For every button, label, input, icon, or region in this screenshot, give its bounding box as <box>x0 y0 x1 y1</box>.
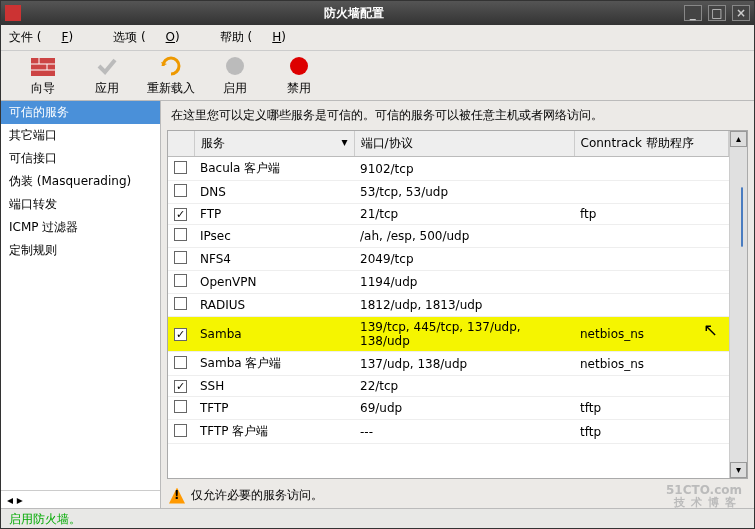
port-cell: 139/tcp, 445/tcp, 137/udp, 138/udp <box>354 317 574 352</box>
row-checkbox[interactable]: ✓ <box>174 328 187 341</box>
scroll-down[interactable]: ▾ <box>730 462 747 478</box>
sidebar-item[interactable]: 定制规则 <box>1 239 160 262</box>
service-cell: OpenVPN <box>194 271 354 294</box>
helper-cell <box>574 376 729 397</box>
service-cell: IPsec <box>194 225 354 248</box>
minimize-button[interactable]: _ <box>684 5 702 21</box>
col-service[interactable]: 服务 ▾ <box>194 131 354 157</box>
table-row[interactable]: DNS53/tcp, 53/udp <box>168 181 729 204</box>
apply-button[interactable]: 应用 <box>75 54 139 97</box>
table-row[interactable]: ✓FTP21/tcpftp <box>168 204 729 225</box>
row-checkbox[interactable] <box>174 161 187 174</box>
reload-button[interactable]: 重新载入 <box>139 54 203 97</box>
maximize-button[interactable]: □ <box>708 5 726 21</box>
table-row[interactable]: ✓Samba139/tcp, 445/tcp, 137/udp, 138/udp… <box>168 317 729 352</box>
sidebar-item[interactable]: 可信接口 <box>1 147 160 170</box>
enable-button[interactable]: 启用 <box>203 54 267 97</box>
table-row[interactable]: RADIUS1812/udp, 1813/udp <box>168 294 729 317</box>
sort-icon: ▾ <box>341 135 347 149</box>
row-checkbox[interactable] <box>174 424 187 437</box>
service-cell: Samba 客户端 <box>194 352 354 376</box>
app-window: 防火墙配置 _ □ × 文件 (F) 选项 (O) 帮助 (H) 向导 应用 重… <box>0 0 755 529</box>
v-scrollbar[interactable]: ▴ ▾ <box>729 131 747 478</box>
table-row[interactable]: TFTP69/udptftp <box>168 397 729 420</box>
helper-cell <box>574 271 729 294</box>
helper-cell <box>574 294 729 317</box>
helper-cell: netbios_ns <box>574 317 729 352</box>
table-row[interactable]: NFS42049/tcp <box>168 248 729 271</box>
helper-cell: tftp <box>574 397 729 420</box>
sidebar-item[interactable]: 其它端口 <box>1 124 160 147</box>
warning-icon <box>169 488 185 504</box>
scroll-thumb[interactable] <box>741 187 743 247</box>
wall-icon <box>31 54 55 78</box>
service-cell: Samba <box>194 317 354 352</box>
close-button[interactable]: × <box>732 5 750 21</box>
sidebar-item[interactable]: 端口转发 <box>1 193 160 216</box>
port-cell: /ah, /esp, 500/udp <box>354 225 574 248</box>
sidebar-h-scroll[interactable]: ◂ ▸ <box>1 490 160 508</box>
services-table-wrap: 服务 ▾ 端口/协议 Conntrack 帮助程序 Bacula 客户端9102… <box>167 130 748 479</box>
table-row[interactable]: Samba 客户端137/udp, 138/udpnetbios_ns <box>168 352 729 376</box>
sidebar-item[interactable]: ICMP 过滤器 <box>1 216 160 239</box>
helper-cell <box>574 181 729 204</box>
scroll-up[interactable]: ▴ <box>730 131 747 147</box>
port-cell: 22/tcp <box>354 376 574 397</box>
toolbar: 向导 应用 重新载入 启用 禁用 <box>1 51 754 101</box>
main-panel: 在这里您可以定义哪些服务是可信的。可信的服务可以被任意主机或者网络访问。 服务 … <box>161 101 754 508</box>
row-checkbox[interactable] <box>174 228 187 241</box>
row-checkbox[interactable] <box>174 251 187 264</box>
statusbar: 启用防火墙。 <box>1 508 754 528</box>
row-checkbox[interactable] <box>174 400 187 413</box>
port-cell: 53/tcp, 53/udp <box>354 181 574 204</box>
panel-description: 在这里您可以定义哪些服务是可信的。可信的服务可以被任意主机或者网络访问。 <box>161 101 754 130</box>
row-checkbox[interactable] <box>174 184 187 197</box>
row-checkbox[interactable]: ✓ <box>174 208 187 221</box>
service-cell: DNS <box>194 181 354 204</box>
col-port[interactable]: 端口/协议 <box>354 131 574 157</box>
svg-rect-0 <box>31 58 55 76</box>
helper-cell: netbios_ns <box>574 352 729 376</box>
table-row[interactable]: ✓SSH22/tcp <box>168 376 729 397</box>
wizard-button[interactable]: 向导 <box>11 54 75 97</box>
service-cell: Bacula 客户端 <box>194 157 354 181</box>
svg-point-6 <box>290 57 308 75</box>
port-cell: 1194/udp <box>354 271 574 294</box>
svg-point-5 <box>226 57 244 75</box>
port-cell: 9102/tcp <box>354 157 574 181</box>
row-checkbox[interactable] <box>174 274 187 287</box>
col-conntrack[interactable]: Conntrack 帮助程序 <box>574 131 729 157</box>
col-check[interactable] <box>168 131 194 157</box>
menu-file[interactable]: 文件 (F) <box>9 29 93 46</box>
row-checkbox[interactable]: ✓ <box>174 380 187 393</box>
port-cell: 69/udp <box>354 397 574 420</box>
table-row[interactable]: IPsec/ah, /esp, 500/udp <box>168 225 729 248</box>
sidebar: 可信的服务其它端口可信接口伪装 (Masquerading)端口转发ICMP 过… <box>1 101 161 508</box>
service-cell: SSH <box>194 376 354 397</box>
window-buttons: _ □ × <box>682 5 750 21</box>
port-cell: 1812/udp, 1813/udp <box>354 294 574 317</box>
menu-options[interactable]: 选项 (O) <box>113 29 200 46</box>
port-cell: 137/udp, 138/udp <box>354 352 574 376</box>
table-row[interactable]: TFTP 客户端---tftp <box>168 420 729 444</box>
sidebar-item[interactable]: 伪装 (Masquerading) <box>1 170 160 193</box>
window-title: 防火墙配置 <box>27 5 682 22</box>
port-cell: --- <box>354 420 574 444</box>
service-cell: FTP <box>194 204 354 225</box>
helper-cell <box>574 248 729 271</box>
table-row[interactable]: Bacula 客户端9102/tcp <box>168 157 729 181</box>
helper-cell: tftp <box>574 420 729 444</box>
row-checkbox[interactable] <box>174 297 187 310</box>
red-dot-icon <box>287 54 311 78</box>
note-text: 仅允许必要的服务访问。 <box>191 487 323 504</box>
note-row: 仅允许必要的服务访问。 <box>161 483 754 508</box>
gray-dot-icon <box>223 54 247 78</box>
disable-button[interactable]: 禁用 <box>267 54 331 97</box>
service-cell: TFTP 客户端 <box>194 420 354 444</box>
sidebar-item[interactable]: 可信的服务 <box>1 101 160 124</box>
menu-help[interactable]: 帮助 (H) <box>220 29 306 46</box>
content-area: 可信的服务其它端口可信接口伪装 (Masquerading)端口转发ICMP 过… <box>1 101 754 508</box>
row-checkbox[interactable] <box>174 356 187 369</box>
table-row[interactable]: OpenVPN1194/udp <box>168 271 729 294</box>
service-cell: TFTP <box>194 397 354 420</box>
